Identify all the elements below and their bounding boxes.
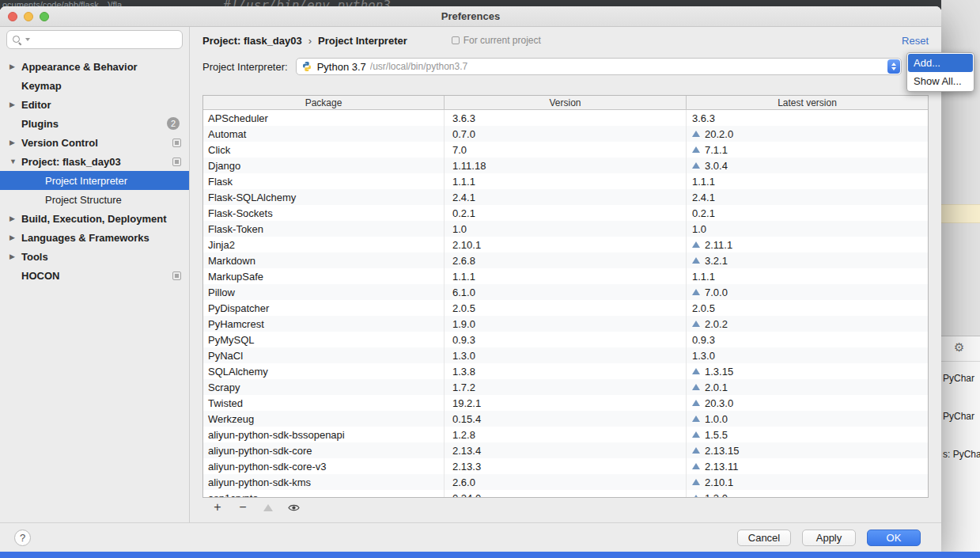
close-window-button[interactable]	[8, 12, 17, 21]
sidebar-item-label: Keymap	[21, 80, 62, 92]
table-row[interactable]: asn1crypto 0.24.0 1.3.0	[203, 490, 928, 497]
package-version: 0.9.3	[444, 332, 686, 347]
combobox-stepper-button[interactable]	[887, 59, 900, 74]
package-name: asn1crypto	[203, 490, 444, 497]
package-latest-version: 20.2.0	[686, 126, 928, 142]
package-name: Pillow	[203, 284, 444, 300]
remove-package-button[interactable]	[236, 501, 249, 514]
sidebar-item-languages-frameworks[interactable]: ▶ Languages & Frameworks	[0, 228, 189, 247]
sidebar-item-plugins[interactable]: Plugins 2	[0, 114, 189, 133]
breadcrumb-page[interactable]: Project Interpreter	[318, 35, 407, 47]
package-latest-version: 1.1.1	[686, 268, 928, 284]
upgrade-arrow-icon	[692, 321, 700, 327]
ok-button[interactable]: OK	[867, 530, 921, 546]
sidebar-item-project-structure[interactable]: Project Structure	[0, 190, 189, 209]
package-name: aliyun-python-sdk-kms	[203, 474, 444, 490]
search-history-chevron-icon[interactable]	[25, 38, 30, 41]
table-row[interactable]: Markdown 2.6.8 3.2.1	[203, 252, 928, 268]
dialog-titlebar[interactable]: Preferences	[0, 6, 941, 27]
package-latest-version: 7.1.1	[686, 142, 928, 158]
upgrade-arrow-icon	[692, 289, 700, 295]
package-latest-value: 1.3.0	[705, 492, 728, 498]
gear-icon: ⚙	[954, 341, 964, 353]
chevron-down-icon[interactable]: ▼	[9, 158, 21, 165]
sidebar-item-editor[interactable]: ▶ Editor	[0, 95, 189, 114]
sidebar-item-project-flask-day03[interactable]: ▼ Project: flask_day03	[0, 152, 189, 171]
minimize-window-button[interactable]	[24, 12, 33, 21]
zoom-window-button[interactable]	[40, 12, 49, 21]
table-row[interactable]: PyMySQL 0.9.3 0.9.3	[203, 332, 928, 347]
column-header-version[interactable]: Version	[444, 96, 686, 109]
background-text-fragment: s: PyCha	[943, 449, 980, 460]
interpreter-path: /usr/local/bin/python3.7	[370, 61, 467, 72]
table-row[interactable]: Jinja2 2.10.1 2.11.1	[203, 237, 928, 252]
table-row[interactable]: Scrapy 1.7.2 2.0.1	[203, 379, 928, 395]
table-row[interactable]: SQLAlchemy 1.3.8 1.3.15	[203, 363, 928, 379]
table-row[interactable]: Flask-SQLAlchemy 2.4.1 2.4.1	[203, 189, 928, 205]
table-row[interactable]: aliyun-python-sdk-bssopenapi 1.2.8 1.5.5	[203, 427, 928, 442]
table-row[interactable]: PyHamcrest 1.9.0 2.0.2	[203, 316, 928, 332]
menu-item-show-all[interactable]: Show All...	[908, 72, 973, 90]
sidebar-item-keymap[interactable]: Keymap	[0, 76, 189, 95]
package-latest-value: 1.1.1	[692, 271, 715, 283]
sidebar-item-hocon[interactable]: HOCON	[0, 266, 189, 285]
package-version: 1.3.8	[444, 363, 686, 379]
sidebar-item-version-control[interactable]: ▶ Version Control	[0, 133, 189, 152]
breadcrumb-project[interactable]: Project: flask_day03	[202, 35, 302, 47]
sidebar-item-label: Languages & Frameworks	[21, 232, 149, 244]
table-row[interactable]: APScheduler 3.6.3 3.6.3	[203, 110, 928, 126]
table-row[interactable]: Pillow 6.1.0 7.0.0	[203, 284, 928, 300]
table-row[interactable]: Werkzeug 0.15.4 1.0.0	[203, 411, 928, 427]
preferences-dialog: Preferences ▶ Appearance & Behavior Keym…	[0, 6, 941, 552]
settings-search-box[interactable]	[6, 30, 183, 49]
show-early-releases-button[interactable]	[287, 501, 300, 514]
search-icon	[12, 35, 21, 44]
upgrade-arrow-icon	[692, 162, 700, 169]
chevron-right-icon[interactable]: ▶	[9, 63, 21, 70]
table-row[interactable]: MarkupSafe 1.1.1 1.1.1	[203, 268, 928, 284]
chevron-right-icon[interactable]: ▶	[9, 253, 21, 260]
package-table: Package Version Latest version APSchedul…	[202, 95, 929, 498]
table-row[interactable]: Flask-Token 1.0 1.0	[203, 221, 928, 237]
package-latest-value: 3.2.1	[705, 255, 728, 267]
table-row[interactable]: Django 1.11.18 3.0.4	[203, 158, 928, 173]
table-row[interactable]: aliyun-python-sdk-kms 2.6.0 2.10.1	[203, 474, 928, 490]
reset-link[interactable]: Reset	[902, 35, 929, 47]
package-latest-value: 3.0.4	[705, 160, 728, 172]
table-row[interactable]: aliyun-python-sdk-core-v3 2.13.3 2.13.11	[203, 458, 928, 474]
interpreter-combobox[interactable]: Python 3.7 /usr/local/bin/python3.7	[296, 58, 902, 75]
table-row[interactable]: PyNaCl 1.3.0 1.3.0	[203, 347, 928, 363]
scope-note-label: For current project	[464, 35, 541, 46]
table-row[interactable]: aliyun-python-sdk-core 2.13.4 2.13.15	[203, 442, 928, 458]
sidebar-item-project-interpreter[interactable]: Project Interpreter	[0, 171, 189, 190]
sidebar-item-tools[interactable]: ▶ Tools	[0, 247, 189, 266]
column-header-latest-version[interactable]: Latest version	[686, 96, 928, 109]
column-header-package[interactable]: Package	[203, 96, 444, 109]
table-row[interactable]: Click 7.0 7.1.1	[203, 142, 928, 158]
chevron-right-icon[interactable]: ▶	[9, 139, 21, 146]
menu-item-add[interactable]: Add...	[908, 54, 973, 72]
sidebar-item-appearance-behavior[interactable]: ▶ Appearance & Behavior	[0, 57, 189, 76]
upgrade-package-button[interactable]	[262, 501, 274, 514]
interpreter-name: Python 3.7	[317, 61, 366, 73]
help-button[interactable]: ?	[14, 530, 31, 546]
cancel-button[interactable]: Cancel	[737, 530, 791, 546]
table-row[interactable]: Flask-Sockets 0.2.1 0.2.1	[203, 205, 928, 221]
settings-tree: ▶ Appearance & Behavior Keymap ▶ Editor …	[0, 57, 189, 285]
table-row[interactable]: Twisted 19.2.1 20.3.0	[203, 395, 928, 411]
search-input[interactable]	[34, 34, 177, 45]
upgrade-arrow-icon	[692, 384, 700, 390]
sidebar-item-build-execution-deployment[interactable]: ▶ Build, Execution, Deployment	[0, 209, 189, 228]
background-highlight-band	[941, 204, 980, 223]
package-version: 7.0	[444, 142, 686, 158]
package-name: APScheduler	[203, 110, 444, 126]
chevron-right-icon[interactable]: ▶	[9, 215, 21, 222]
chevron-right-icon[interactable]: ▶	[9, 234, 21, 241]
apply-button[interactable]: Apply	[802, 530, 856, 546]
chevron-right-icon[interactable]: ▶	[9, 101, 21, 108]
table-row[interactable]: PyDispatcher 2.0.5 2.0.5	[203, 300, 928, 316]
shared-settings-icon	[172, 139, 181, 147]
add-package-button[interactable]	[211, 501, 224, 514]
table-row[interactable]: Flask 1.1.1 1.1.1	[203, 173, 928, 189]
table-row[interactable]: Automat 0.7.0 20.2.0	[203, 126, 928, 142]
